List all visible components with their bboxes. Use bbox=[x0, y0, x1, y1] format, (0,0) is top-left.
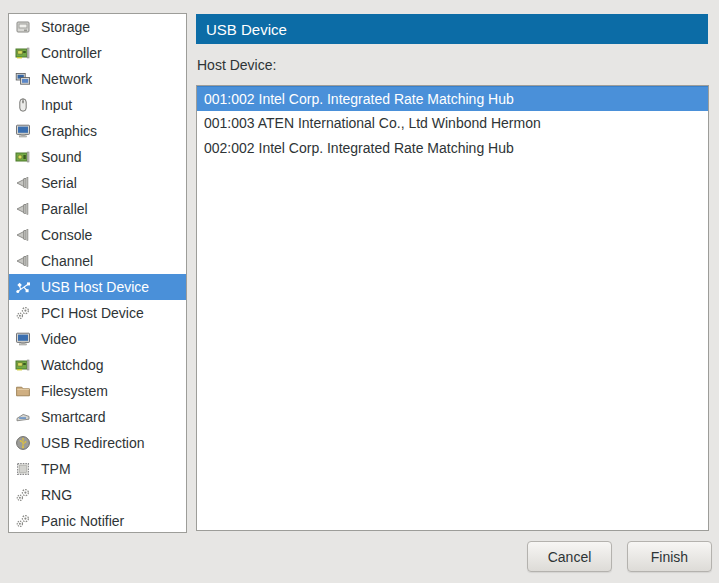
sidebar-item-parallel[interactable]: Parallel bbox=[9, 196, 186, 222]
panel-header: USB Device bbox=[196, 14, 708, 44]
network-icon bbox=[15, 71, 31, 87]
sidebar-item-graphics[interactable]: Graphics bbox=[9, 118, 186, 144]
sidebar-item-controller[interactable]: Controller bbox=[9, 40, 186, 66]
sidebar-item-pci-host-device[interactable]: PCI Host Device bbox=[9, 300, 186, 326]
sidebar-item-panic-notifier[interactable]: Panic Notifier bbox=[9, 508, 186, 533]
usb-icon bbox=[15, 279, 31, 295]
gears-icon bbox=[15, 305, 31, 321]
sidebar-item-input[interactable]: Input bbox=[9, 92, 186, 118]
sidebar-item-label: Serial bbox=[41, 175, 77, 191]
hardware-type-list: StorageControllerNetworkInputGraphicsSou… bbox=[8, 13, 187, 533]
mouse-icon bbox=[15, 97, 31, 113]
sidebar-item-filesystem[interactable]: Filesystem bbox=[9, 378, 186, 404]
plug-icon bbox=[15, 201, 31, 217]
plug-icon bbox=[15, 227, 31, 243]
sidebar-item-label: Input bbox=[41, 97, 72, 113]
pci-card-icon bbox=[15, 357, 31, 373]
chip-icon bbox=[15, 461, 31, 477]
plug-icon bbox=[15, 253, 31, 269]
sidebar-item-video[interactable]: Video bbox=[9, 326, 186, 352]
sidebar-item-label: Channel bbox=[41, 253, 93, 269]
host-device-list-item[interactable]: 002:002 Intel Corp. Integrated Rate Matc… bbox=[197, 136, 708, 161]
usb-redirect-icon bbox=[15, 435, 31, 451]
sidebar-item-label: TPM bbox=[41, 461, 71, 477]
sidebar-item-serial[interactable]: Serial bbox=[9, 170, 186, 196]
monitor-icon bbox=[15, 331, 31, 347]
sidebar-item-storage[interactable]: Storage bbox=[9, 14, 186, 40]
sidebar-item-label: Sound bbox=[41, 149, 81, 165]
disk-icon bbox=[15, 19, 31, 35]
cancel-button[interactable]: Cancel bbox=[527, 541, 612, 572]
host-device-label: Host Device: bbox=[197, 57, 276, 73]
sidebar-item-label: Watchdog bbox=[41, 357, 104, 373]
host-device-list-item[interactable]: 001:003 ATEN International Co., Ltd Winb… bbox=[197, 111, 708, 136]
sidebar-item-console[interactable]: Console bbox=[9, 222, 186, 248]
sidebar-item-network[interactable]: Network bbox=[9, 66, 186, 92]
sidebar-item-label: Network bbox=[41, 71, 92, 87]
sidebar-item-usb-host-device[interactable]: USB Host Device bbox=[9, 274, 186, 300]
sidebar-item-label: Panic Notifier bbox=[41, 513, 124, 529]
gears-icon bbox=[15, 487, 31, 503]
monitor-icon bbox=[15, 123, 31, 139]
sidebar-item-label: PCI Host Device bbox=[41, 305, 144, 321]
sidebar-item-label: Console bbox=[41, 227, 92, 243]
gears-icon bbox=[15, 513, 31, 529]
sidebar-item-usb-redirection[interactable]: USB Redirection bbox=[9, 430, 186, 456]
sidebar-item-label: Graphics bbox=[41, 123, 97, 139]
sidebar-item-channel[interactable]: Channel bbox=[9, 248, 186, 274]
sidebar-item-smartcard[interactable]: Smartcard bbox=[9, 404, 186, 430]
finish-button[interactable]: Finish bbox=[627, 541, 712, 572]
sidebar-item-tpm[interactable]: TPM bbox=[9, 456, 186, 482]
sidebar-item-label: USB Host Device bbox=[41, 279, 149, 295]
sidebar-item-label: RNG bbox=[41, 487, 72, 503]
sidebar-item-sound[interactable]: Sound bbox=[9, 144, 186, 170]
sidebar-item-watchdog[interactable]: Watchdog bbox=[9, 352, 186, 378]
sidebar-item-label: Storage bbox=[41, 19, 90, 35]
host-device-list: 001:002 Intel Corp. Integrated Rate Matc… bbox=[196, 85, 709, 531]
sidebar-item-label: Video bbox=[41, 331, 77, 347]
pci-card-icon bbox=[15, 45, 31, 61]
sidebar-item-label: Filesystem bbox=[41, 383, 108, 399]
sidebar-item-label: USB Redirection bbox=[41, 435, 145, 451]
smartcard-icon bbox=[15, 409, 31, 425]
sidebar-item-label: Parallel bbox=[41, 201, 88, 217]
page-title: USB Device bbox=[206, 21, 287, 38]
sidebar-item-label: Smartcard bbox=[41, 409, 106, 425]
sidebar-item-label: Controller bbox=[41, 45, 102, 61]
folder-icon bbox=[15, 383, 31, 399]
plug-icon bbox=[15, 175, 31, 191]
sound-card-icon bbox=[15, 149, 31, 165]
host-device-list-item[interactable]: 001:002 Intel Corp. Integrated Rate Matc… bbox=[197, 86, 708, 111]
sidebar-item-rng[interactable]: RNG bbox=[9, 482, 186, 508]
